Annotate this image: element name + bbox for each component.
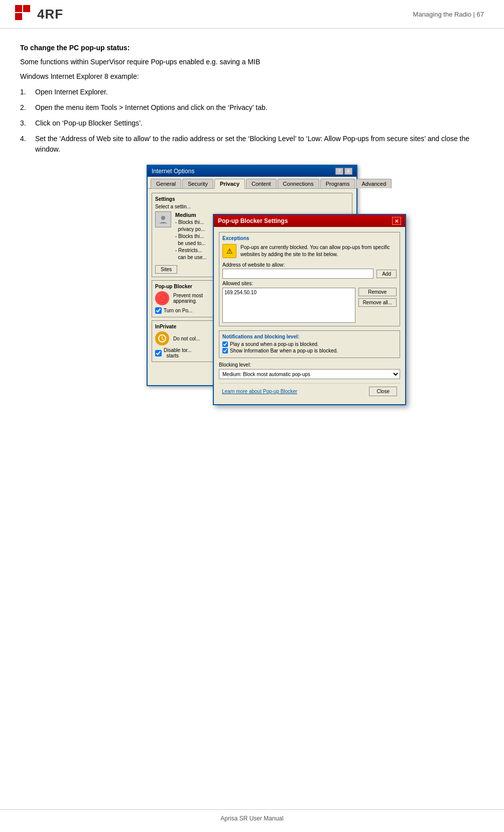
step-text: Open Internet Explorer. — [35, 87, 484, 97]
turn-on-popup-label: Turn on Po... — [164, 308, 192, 313]
ie-help-icon[interactable]: ? — [335, 168, 343, 175]
remove-all-button[interactable]: Remove all... — [358, 298, 397, 307]
blocking-section: Blocking level: Medium: Block most autom… — [219, 362, 400, 379]
logo-icon — [15, 5, 33, 23]
ie-tabs: General Security Privacy Content Connect… — [148, 177, 356, 189]
main-content: To change the PC pop-up status: Some fun… — [0, 29, 504, 431]
privacy-icon — [155, 211, 171, 227]
check-row-2: Show Information Bar when a pop-up is bl… — [222, 348, 397, 353]
site-entry: 169.254.50.10 — [224, 290, 353, 295]
disable-checkbox[interactable] — [155, 350, 162, 356]
learn-more-link[interactable]: Learn more about Pop-up Blocker — [222, 389, 297, 394]
do-not-col-text: Do not col... — [173, 336, 200, 341]
ie-body: Settings Select a settin... Medium - Blo… — [148, 189, 356, 385]
step-num: 2. — [20, 102, 35, 113]
popup-dialog-title-text: Pop-up Blocker Settings — [218, 217, 288, 224]
ie-title-buttons: ? ✕ — [335, 168, 352, 175]
show-info-bar-checkbox[interactable] — [222, 348, 228, 353]
check-row-1: Play a sound when a pop-up is blocked. — [222, 341, 397, 347]
tab-privacy[interactable]: Privacy — [214, 179, 245, 189]
svg-rect-1 — [23, 5, 30, 12]
popup-block-icon: 🚫 — [155, 291, 169, 305]
page-info: Managing the Radio | 67 — [413, 11, 484, 18]
disable-label: Disable tor... starts — [164, 347, 192, 359]
footer-text: Aprisa SR User Manual — [220, 815, 283, 822]
popup-footer: Learn more about Pop-up Blocker Close — [219, 383, 400, 399]
popup-body: Exceptions ⚠ Pop-ups are currently block… — [214, 227, 405, 404]
show-info-bar-label: Show Information Bar when a pop-up is bl… — [230, 348, 338, 353]
turn-on-popup-checkbox[interactable] — [155, 307, 162, 314]
ie-dialog-title-text: Internet Options — [152, 168, 194, 175]
popup-blocker-dialog: Pop-up Blocker Settings ✕ Exceptions ⚠ P… — [213, 214, 406, 405]
blocking-level-select[interactable]: Medium: Block most automatic pop-ups — [219, 369, 400, 379]
notifications-label: Notifications and blocking level: — [222, 334, 397, 339]
settings-group-label: Settings — [155, 196, 349, 202]
page-footer: Aprisa SR User Manual — [0, 809, 504, 822]
address-label: Address of website to allow: — [222, 262, 397, 268]
sites-list[interactable]: 169.254.50.10 — [222, 288, 355, 323]
intro-line2: Windows Internet Explorer 8 example: — [20, 71, 484, 82]
select-label: Select a settin... — [155, 204, 349, 209]
section-heading: To change the PC pop-up status: — [20, 44, 484, 52]
tab-content[interactable]: Content — [246, 179, 277, 188]
sites-buttons: Remove Remove all... — [358, 288, 397, 323]
address-label-wrapper: Address of website to allow: Add — [222, 262, 397, 279]
close-button[interactable]: Close — [369, 387, 397, 396]
ie-dialog-title: Internet Options ? ✕ — [148, 166, 356, 177]
blocking-label: Blocking level: — [219, 362, 400, 368]
list-item: 2. Open the menu item Tools > Internet O… — [20, 102, 484, 113]
screenshot-area: Internet Options ? ✕ General Security Pr… — [20, 165, 484, 386]
play-sound-checkbox[interactable] — [222, 341, 228, 347]
inprivate-icon — [155, 331, 169, 345]
ie-close-icon[interactable]: ✕ — [344, 168, 352, 175]
svg-point-3 — [161, 216, 165, 220]
list-item: 1. Open Internet Explorer. — [20, 87, 484, 97]
steps-list: 1. Open Internet Explorer. 2. Open the m… — [20, 87, 484, 155]
step-num: 3. — [20, 118, 35, 129]
svg-rect-0 — [15, 5, 22, 12]
allowed-sites-label: Allowed sites: — [222, 281, 397, 286]
tab-advanced[interactable]: Advanced — [356, 179, 392, 188]
tab-connections[interactable]: Connections — [278, 179, 319, 188]
logo-text: 4RF — [37, 7, 63, 22]
exceptions-section: Exceptions ⚠ Pop-ups are currently block… — [219, 232, 400, 326]
allowed-sites-area: 169.254.50.10 Remove Remove all... — [222, 288, 397, 323]
popup-dialog-title: Pop-up Blocker Settings ✕ — [214, 215, 405, 227]
logo-area: 4RF — [15, 5, 63, 23]
intro-line1: Some functions within SuperVisor require… — [20, 57, 484, 67]
tab-security[interactable]: Security — [182, 179, 213, 188]
list-item: 3. Click on ‘Pop-up Blocker Settings’. — [20, 118, 484, 129]
tab-programs[interactable]: Programs — [320, 179, 355, 188]
play-sound-label: Play a sound when a pop-up is blocked. — [230, 341, 319, 347]
remove-button[interactable]: Remove — [358, 288, 397, 296]
address-input[interactable] — [222, 269, 373, 279]
info-icon: ⚠ — [222, 244, 236, 258]
popup-close-button[interactable]: ✕ — [392, 217, 401, 225]
svg-rect-2 — [15, 13, 22, 20]
exceptions-info: ⚠ Pop-ups are currently blocked. You can… — [222, 244, 397, 258]
step-num: 1. — [20, 87, 35, 97]
step-num: 4. — [20, 134, 35, 155]
exceptions-info-text: Pop-ups are currently blocked. You can a… — [240, 244, 397, 258]
step-text: Open the menu item Tools > Internet Opti… — [35, 102, 484, 113]
add-button[interactable]: Add — [376, 270, 397, 278]
ie-options-dialog: Internet Options ? ✕ General Security Pr… — [147, 165, 357, 386]
blocking-select-row: Medium: Block most automatic pop-ups — [219, 369, 400, 379]
step-text: Set the ‘Address of Web site to allow’ t… — [35, 134, 484, 155]
page-header: 4RF Managing the Radio | 67 — [0, 0, 504, 29]
step-text: Click on ‘Pop-up Blocker Settings’. — [35, 118, 484, 129]
notifications-section: Notifications and blocking level: Play a… — [219, 330, 400, 358]
address-input-group: Add — [222, 269, 397, 279]
sites-button[interactable]: Sites — [155, 265, 177, 274]
tab-general[interactable]: General — [151, 179, 181, 188]
popup-prevent-text: Prevent mostappearing. — [173, 293, 203, 304]
list-item: 4. Set the ‘Address of Web site to allow… — [20, 134, 484, 155]
exceptions-label: Exceptions — [222, 235, 397, 241]
